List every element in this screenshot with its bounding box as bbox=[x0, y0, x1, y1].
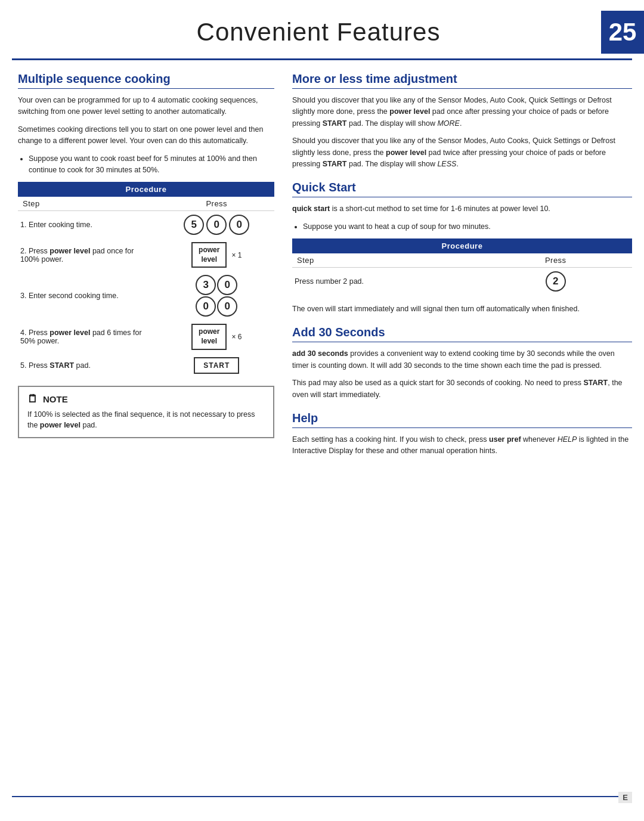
note-box: 🗒 NOTE If 100% is selected as the final … bbox=[18, 386, 274, 439]
footer-divider bbox=[12, 796, 632, 797]
right-column: More or less time adjustment Should you … bbox=[292, 72, 632, 468]
note-label: NOTE bbox=[43, 394, 68, 404]
key-0d: 0 bbox=[196, 296, 216, 317]
qs-procedure-header: Procedure bbox=[292, 238, 632, 253]
step-5-text: 5. Press START pad. bbox=[18, 354, 159, 377]
quick-start-title: Quick Start bbox=[292, 181, 632, 197]
key-0b: 0 bbox=[229, 215, 249, 235]
table-row: 1. Enter cooking time. 5 0 0 bbox=[18, 211, 274, 239]
col-press-header: Press bbox=[159, 197, 275, 211]
step-4-press: powerlevel × 6 bbox=[159, 320, 275, 353]
table-row: 4. Press power level pad 6 times for 50%… bbox=[18, 320, 274, 353]
table-row: Press number 2 pad. 2 bbox=[292, 268, 632, 296]
key-0a: 0 bbox=[206, 215, 227, 235]
step-1-press: 5 0 0 bbox=[159, 211, 275, 239]
help-title: Help bbox=[292, 411, 632, 428]
note-body: If 100% is selected as the final sequenc… bbox=[27, 409, 265, 432]
left-bullet-item: Suppose you want to cook roast beef for … bbox=[29, 153, 274, 176]
quick-start-procedure-table: Procedure Step Press Press number 2 pad.… bbox=[292, 238, 632, 295]
step-2-press: powerlevel × 1 bbox=[159, 238, 275, 271]
step-5-press: START bbox=[159, 354, 275, 377]
page-title: Convenient Features bbox=[0, 18, 601, 47]
page-number: 25 bbox=[601, 11, 644, 54]
help-body: Each setting has a cooking hint. If you … bbox=[292, 434, 632, 457]
left-intro-p1: Your oven can be programmed for up to 4 … bbox=[18, 95, 274, 118]
step-1-text: 1. Enter cooking time. bbox=[18, 211, 159, 239]
power-level-box-1: powerlevel bbox=[191, 242, 227, 268]
add-30-seconds-title: Add 30 Seconds bbox=[292, 326, 632, 342]
footer-letter: E bbox=[618, 792, 632, 803]
page-header: Convenient Features 25 bbox=[0, 0, 644, 54]
procedure-header: Procedure bbox=[18, 182, 274, 197]
page-footer bbox=[0, 796, 644, 821]
more-or-less-p1: Should you discover that you like any of… bbox=[292, 95, 632, 129]
power-level-box-2: powerlevel bbox=[191, 324, 227, 349]
key-3: 3 bbox=[196, 275, 216, 295]
keys-stack-3: 3 0 0 0 bbox=[196, 275, 237, 317]
start-button: START bbox=[194, 357, 239, 374]
note-icon: 🗒 bbox=[27, 393, 38, 405]
qs-step-text: Press number 2 pad. bbox=[292, 268, 479, 296]
step-3-press: 3 0 0 0 bbox=[159, 271, 275, 320]
quick-start-footer: The oven will start immediately and will… bbox=[292, 303, 632, 315]
procedure-table: Procedure Step Press 1. Enter cooking ti… bbox=[18, 182, 274, 377]
step-3-text: 3. Enter second cooking time. bbox=[18, 271, 159, 320]
qs-col-press: Press bbox=[479, 253, 633, 268]
add-30-seconds-section: Add 30 Seconds add 30 seconds provides a… bbox=[292, 326, 632, 401]
multiplier-2: × 6 bbox=[231, 333, 242, 341]
qs-step-press: 2 bbox=[479, 268, 633, 296]
help-section: Help Each setting has a cooking hint. If… bbox=[292, 411, 632, 457]
quick-start-bullet: Suppose you want to heat a cup of soup f… bbox=[303, 221, 632, 233]
step-2-text: 2. Press power level pad once for 100% p… bbox=[18, 238, 159, 271]
more-or-less-title: More or less time adjustment bbox=[292, 72, 632, 89]
table-row: 3. Enter second cooking time. 3 0 0 0 bbox=[18, 271, 274, 320]
more-or-less-section: More or less time adjustment Should you … bbox=[292, 72, 632, 170]
left-bullet-list: Suppose you want to cook roast beef for … bbox=[18, 153, 274, 176]
left-intro-p2: Sometimes cooking directions tell you to… bbox=[18, 124, 274, 147]
multiplier-1: × 1 bbox=[231, 251, 242, 259]
quick-start-bullets: Suppose you want to heat a cup of soup f… bbox=[292, 221, 632, 233]
table-row: 5. Press START pad. START bbox=[18, 354, 274, 377]
more-or-less-p2: Should you discover that you like any of… bbox=[292, 135, 632, 170]
qs-col-step: Step bbox=[292, 253, 479, 268]
key-2: 2 bbox=[546, 271, 566, 292]
key-0e: 0 bbox=[217, 296, 237, 317]
quick-start-intro: quick start is a short-cut method to set… bbox=[292, 203, 632, 215]
left-column: Multiple sequence cooking Your oven can … bbox=[18, 72, 274, 468]
step-4-text: 4. Press power level pad 6 times for 50%… bbox=[18, 320, 159, 353]
add-30-p1: add 30 seconds provides a convenient way… bbox=[292, 348, 632, 371]
add-30-p2: This pad may also be used as a quick sta… bbox=[292, 377, 632, 401]
content-area: Multiple sequence cooking Your oven can … bbox=[0, 60, 644, 480]
left-section-title: Multiple sequence cooking bbox=[18, 72, 274, 89]
table-row: 2. Press power level pad once for 100% p… bbox=[18, 238, 274, 271]
col-step-header: Step bbox=[18, 197, 159, 211]
key-5: 5 bbox=[184, 215, 204, 235]
note-header: 🗒 NOTE bbox=[27, 393, 265, 405]
quick-start-section: Quick Start quick start is a short-cut m… bbox=[292, 181, 632, 315]
key-0c: 0 bbox=[217, 275, 237, 295]
